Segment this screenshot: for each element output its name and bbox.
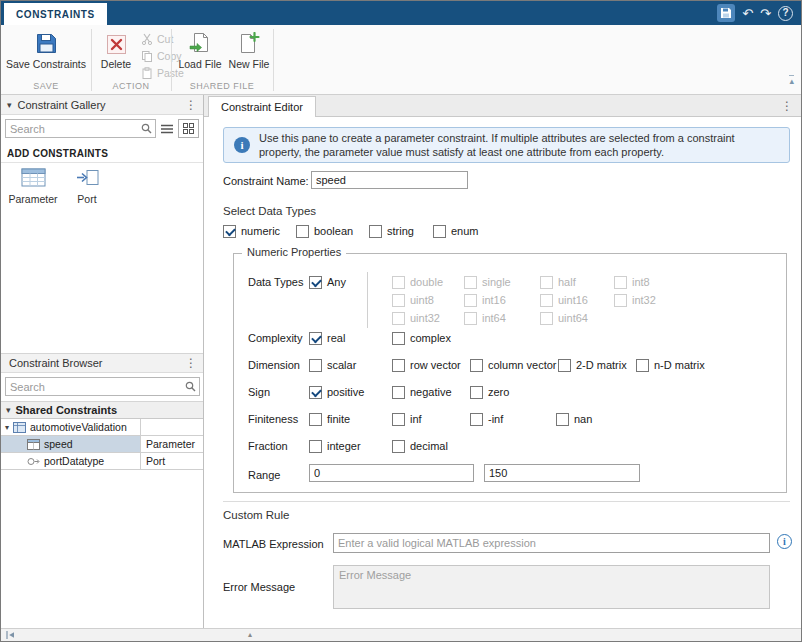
checkbox-scalar[interactable]: scalar: [309, 357, 356, 373]
gallery-search-input[interactable]: [6, 123, 141, 135]
grid-icon: [183, 123, 194, 134]
titlebar: CONSTRAINTS ↶ ↷ ?: [1, 1, 801, 25]
numeric-properties-group: Numeric Properties Data Types Any double…: [233, 253, 787, 493]
checkbox-box: [392, 276, 405, 289]
range-row-label: Range: [248, 467, 280, 483]
save-constraints-button[interactable]: Save Constraints: [3, 29, 89, 81]
browser-search-input[interactable]: [6, 381, 185, 393]
tree-cell-name[interactable]: portDatatype: [1, 453, 141, 469]
checkbox-box: [614, 276, 627, 289]
load-file-icon: [189, 29, 211, 55]
checkbox-box: [392, 332, 405, 345]
expression-info-icon[interactable]: i: [777, 534, 792, 549]
checkbox-label: 2-D matrix: [571, 359, 627, 371]
tab-constraint-editor[interactable]: Constraint Editor: [208, 96, 316, 117]
checkbox-label: uint32: [405, 312, 440, 324]
gallery-menu-icon[interactable]: ⋮: [185, 98, 197, 112]
collapse-left-panel-icon[interactable]: [5, 630, 15, 640]
tree-cell-type[interactable]: Port: [141, 453, 203, 469]
constraint-name-input[interactable]: [311, 171, 468, 189]
checkbox-box: [540, 312, 553, 325]
checkbox-nd-matrix[interactable]: n-D matrix: [636, 357, 705, 373]
checkbox-inf[interactable]: inf: [392, 411, 422, 427]
load-file-button[interactable]: Load File: [177, 29, 223, 81]
collapse-gallery-icon[interactable]: ▾: [7, 100, 12, 110]
tree-cell-name-selected[interactable]: speed: [1, 436, 141, 452]
checkbox-row-vector[interactable]: row vector: [392, 357, 461, 373]
checkbox-string[interactable]: string: [369, 223, 414, 239]
tab-constraints[interactable]: CONSTRAINTS: [4, 3, 107, 25]
checkbox-label: finite: [322, 413, 350, 425]
list-view-button[interactable]: [158, 119, 176, 138]
range-max-input[interactable]: [484, 464, 640, 482]
cut-button[interactable]: Cut: [141, 31, 173, 46]
checkbox-label: boolean: [309, 225, 353, 237]
checkbox-positive[interactable]: positive: [309, 384, 364, 400]
checkbox-label: negative: [405, 386, 452, 398]
collapse-shared-icon[interactable]: ▾: [6, 405, 11, 415]
undo-icon[interactable]: ↶: [742, 7, 753, 20]
checkbox-enum[interactable]: enum: [433, 223, 479, 239]
checkbox-real[interactable]: real: [309, 330, 345, 346]
copy-button[interactable]: Copy: [141, 48, 182, 63]
tree-row-automotive-validation[interactable]: ▾ automotiveValidation: [1, 419, 203, 436]
new-file-label: New File: [229, 58, 270, 70]
complexity-row-label: Complexity: [248, 330, 302, 346]
error-message-label: Error Message: [223, 581, 295, 593]
paste-icon: [141, 67, 153, 79]
checkbox-numeric[interactable]: numeric: [223, 223, 280, 239]
checkbox-uint64: uint64: [540, 310, 588, 326]
editor-menu-icon[interactable]: ⋮: [781, 99, 793, 113]
app-window: CONSTRAINTS ↶ ↷ ?: [0, 0, 802, 642]
tree-cell-type[interactable]: [141, 419, 203, 435]
delete-icon: [106, 29, 127, 55]
ribbon-group-action: ACTION: [91, 81, 171, 93]
checkbox-negative[interactable]: negative: [392, 384, 452, 400]
delete-label: Delete: [101, 58, 131, 70]
checkbox-label: double: [405, 276, 443, 288]
checkbox-any[interactable]: Any: [309, 274, 346, 290]
checkbox-boolean[interactable]: boolean: [296, 223, 353, 239]
new-file-button[interactable]: New File: [227, 29, 271, 81]
tree-row-port-datatype[interactable]: portDatatype Port: [1, 453, 203, 470]
checkbox-2d-matrix[interactable]: 2-D matrix: [558, 357, 627, 373]
tree-cell-name[interactable]: ▾ automotiveValidation: [1, 419, 141, 435]
grid-view-button[interactable]: [178, 119, 199, 138]
checkbox-label: int8: [627, 276, 650, 288]
error-message-input[interactable]: [333, 565, 770, 609]
checkbox-complex[interactable]: complex: [392, 330, 451, 346]
range-min-input[interactable]: [309, 464, 474, 482]
checkbox-box: [309, 413, 322, 426]
matlab-expression-input[interactable]: [333, 533, 770, 553]
tree-cell-type[interactable]: Parameter: [141, 436, 203, 452]
checkbox-label: numeric: [236, 225, 280, 237]
ribbon-group-shared-file: SHARED FILE: [171, 81, 273, 93]
browser-menu-icon[interactable]: ⋮: [185, 356, 197, 370]
delete-button[interactable]: Delete: [95, 29, 137, 81]
redo-icon[interactable]: ↷: [760, 7, 771, 20]
expand-panel-icon[interactable]: ▴: [248, 629, 252, 640]
help-icon[interactable]: ?: [778, 6, 793, 21]
checkbox-zero[interactable]: zero: [470, 384, 509, 400]
checkbox-label: enum: [446, 225, 479, 237]
minimize-toolstrip-icon[interactable]: ▴: [789, 75, 794, 86]
checkbox-finite[interactable]: finite: [309, 411, 350, 427]
checkbox-nan[interactable]: nan: [556, 411, 592, 427]
gallery-item-port[interactable]: Port: [65, 167, 109, 205]
checkbox-decimal[interactable]: decimal: [392, 438, 448, 454]
browser-search-box: [5, 377, 200, 396]
checkbox-column-vector[interactable]: column vector: [470, 357, 556, 373]
checkbox-neg-inf[interactable]: -inf: [470, 411, 503, 427]
checkbox-box: [470, 413, 483, 426]
ribbon: Save Constraints SAVE Delete Cut: [1, 25, 801, 95]
shared-constraints-header[interactable]: ▾ Shared Constraints: [1, 401, 203, 419]
save-icon[interactable]: [717, 4, 735, 22]
editor-content: i Use this pane to create a parameter co…: [204, 117, 801, 628]
checkbox-integer[interactable]: integer: [309, 438, 361, 454]
port-constraint-icon: [27, 456, 40, 467]
checkbox-box: [636, 359, 649, 372]
expander-icon[interactable]: ▾: [5, 423, 9, 432]
tree-row-speed[interactable]: speed Parameter: [1, 436, 203, 453]
numeric-properties-legend: Numeric Properties: [242, 246, 346, 258]
gallery-item-parameter[interactable]: Parameter: [7, 167, 59, 205]
